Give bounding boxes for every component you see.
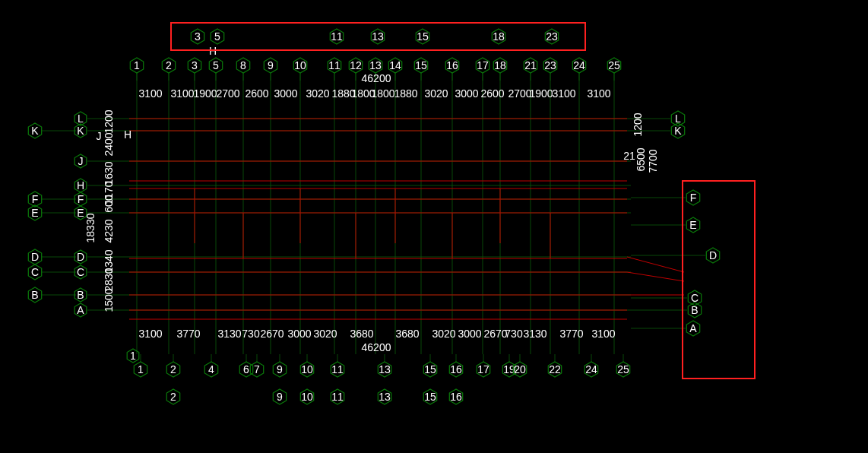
grid-label: 13 [369,59,382,71]
dim-text: 2700 [216,87,239,100]
dim-text: 3100 [591,328,615,340]
grid-label: 11 [331,363,344,375]
dim-text: 1900 [193,87,217,100]
grid-label: 11 [328,59,341,71]
grid-label: 2 [170,391,176,403]
grid-label: J [97,130,102,142]
cad-canvas[interactable]: 351113151823H123589101112131415161718212… [0,0,868,453]
grid-label: E [31,207,38,219]
grid-label: 16 [446,59,458,71]
grid-label: 3 [195,30,201,43]
grid-label: 13 [379,391,391,403]
dim-text: 3000 [455,87,478,100]
dim-total: 46200 [362,72,391,84]
dim-text: 3100 [170,87,194,100]
grid-label: 9 [277,363,283,375]
dim-text: 4230 [103,219,115,242]
grid-label: 9 [277,391,283,403]
dim-text: 2700 [508,87,531,100]
grid-label: 16 [450,363,462,375]
dim-text: 3130 [217,328,241,340]
grid-label: B [31,289,38,301]
dim-text: 1880 [394,87,417,100]
dim-text: 3680 [350,328,373,340]
grid-label: 25 [617,363,629,375]
grid-label: 24 [573,59,585,71]
dim-text: 3680 [395,328,419,340]
dim-text: 2600 [245,87,268,100]
dim-text: 3000 [287,328,311,340]
grid-label: 3 [192,59,198,71]
grid-label: 11 [331,30,343,43]
grid-label: 21 [623,150,635,162]
grid-label: K [674,125,682,137]
dim-text: 3020 [432,328,455,340]
dim-text: 1200 [632,112,644,136]
grid-label: 5 [214,30,220,43]
grid-label: F [690,192,697,204]
grid-label: 23 [544,59,556,71]
grid-label: 23 [546,30,558,43]
grid-label: 7 [254,363,260,375]
grid-label: 14 [389,59,401,71]
grid-label: 18 [493,30,505,43]
grid-label: 21 [524,59,537,71]
dim-text: 3020 [424,87,448,100]
grid-label: F [78,193,84,205]
dim-text: 3770 [176,328,200,340]
dim-text: 2830 [103,268,115,291]
grid-label: H [77,179,84,192]
grid-label: B [691,304,698,316]
grid-label: 1 [130,350,136,362]
dim-text: 1500 [103,288,115,312]
grid-label: 25 [608,59,620,71]
grid-label: 13 [372,30,384,43]
dim-text: 3100 [587,87,610,100]
dim-text: 3020 [313,328,337,340]
dim-text: 7700 [647,149,659,173]
grid-label: 6 [243,363,249,375]
dim-text: 2400 [103,132,115,156]
grid-label: K [77,125,84,137]
grid-label: 10 [301,391,313,403]
dim-text: 3100 [138,328,162,340]
grid-label: 17 [477,363,489,375]
grid-label: F [32,193,39,205]
grid-label: 10 [294,59,306,71]
dim-text: 3000 [458,328,481,340]
red-line [627,257,684,272]
grid-label: 13 [379,363,391,375]
grid-label: D [77,251,84,263]
grid-label: E [689,219,696,231]
dim-text: 2670 [483,328,507,340]
dim-text: 1900 [529,87,553,100]
grid-label: 15 [415,59,427,71]
grid-label: E [77,207,84,219]
selection-box[interactable] [683,181,755,379]
dim-text: 730 [505,328,523,340]
red-line [627,272,684,281]
dim-text: 2600 [480,87,504,100]
dim-text: 3130 [523,328,546,340]
dim-text: 6500 [635,147,647,171]
grid-label: 18 [494,59,506,71]
grid-label: 8 [240,59,246,71]
grid-label: 12 [350,59,362,71]
grid-label: 1 [138,363,144,375]
grid-label: 2 [166,59,172,71]
dim-total: 46200 [362,341,391,353]
grid-label: 20 [514,363,526,375]
dim-text: 3100 [138,87,162,100]
dim-text: 1800 [371,87,394,100]
grid-label: D [31,251,39,263]
dim-total: 18330 [84,213,97,242]
grid-label: J [78,155,84,167]
grid-label: C [77,266,84,278]
grid-label: A [77,304,84,316]
grid-label: K [31,125,39,137]
grid-label: 1 [134,59,140,71]
grid-label: C [31,266,39,278]
grid-label: 22 [549,363,561,375]
dim-text: 1200 [103,109,115,133]
grid-label: 16 [450,391,462,403]
